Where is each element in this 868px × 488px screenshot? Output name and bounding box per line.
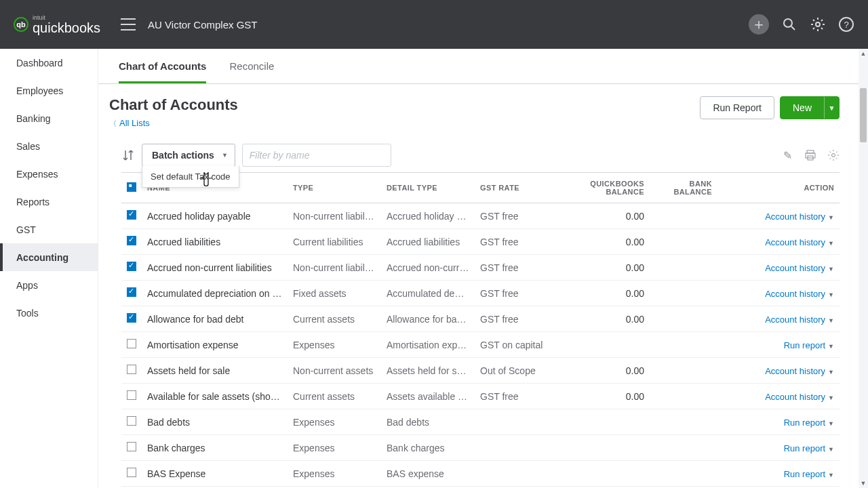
- cell-gst: [475, 435, 563, 461]
- hamburger-icon[interactable]: [121, 18, 136, 30]
- sidebar-item-employees[interactable]: Employees: [0, 77, 98, 104]
- row-action-link[interactable]: Run report: [784, 469, 825, 479]
- help-icon[interactable]: ?: [838, 16, 854, 33]
- svg-rect-4: [807, 150, 814, 153]
- row-action-link[interactable]: Account history: [765, 263, 825, 273]
- cell-bank-balance: [650, 461, 717, 487]
- svg-text:?: ?: [844, 20, 848, 30]
- tab-reconcile[interactable]: Reconcile: [229, 51, 274, 83]
- select-all-checkbox[interactable]: [127, 182, 136, 192]
- chevron-down-icon[interactable]: ▼: [828, 214, 834, 221]
- sidebar-item-gst[interactable]: GST: [0, 216, 98, 243]
- col-bank-balance[interactable]: BANK BALANCE: [650, 173, 717, 203]
- chevron-down-icon[interactable]: ▼: [828, 240, 834, 247]
- chevron-down-icon[interactable]: ▼: [828, 317, 834, 324]
- cell-detail: Accrued liabilities: [381, 229, 475, 255]
- chevron-down-icon[interactable]: ▼: [828, 446, 834, 453]
- col-detail[interactable]: DETAIL TYPE: [381, 173, 475, 203]
- row-checkbox[interactable]: [127, 313, 136, 323]
- cell-detail: BAS expense: [381, 461, 475, 487]
- chevron-down-icon[interactable]: ▼: [824, 97, 839, 119]
- plus-icon[interactable]: ＋: [749, 14, 769, 35]
- gear-icon[interactable]: [810, 16, 826, 33]
- print-icon[interactable]: [804, 149, 816, 161]
- chevron-left-icon: 〈: [109, 119, 117, 127]
- table-row: Allowance for bad debtCurrent assetsAllo…: [121, 306, 840, 332]
- row-checkbox[interactable]: [127, 210, 136, 220]
- cell-bank-balance: [650, 358, 717, 384]
- row-checkbox[interactable]: [127, 339, 136, 348]
- row-checkbox[interactable]: [127, 287, 136, 297]
- tab-chart-of-accounts[interactable]: Chart of Accounts: [119, 51, 206, 83]
- cell-qb-balance: 0.00: [563, 203, 650, 229]
- chevron-down-icon[interactable]: ▼: [828, 343, 834, 350]
- col-action: ACTION: [717, 173, 840, 203]
- chevron-down-icon[interactable]: ▼: [828, 420, 834, 427]
- sidebar-item-expenses[interactable]: Expenses: [0, 160, 98, 188]
- sidebar-item-dashboard[interactable]: Dashboard: [0, 49, 98, 77]
- svg-point-7: [832, 154, 835, 157]
- cell-gst: Out of Scope: [475, 358, 563, 384]
- row-checkbox[interactable]: [127, 416, 136, 426]
- chevron-down-icon[interactable]: ▼: [828, 291, 834, 298]
- row-action-link[interactable]: Run report: [784, 443, 825, 453]
- row-action-link[interactable]: Account history: [765, 237, 825, 247]
- cell-type: Non-current liabilities: [288, 255, 381, 281]
- cell-type: Expenses: [288, 461, 381, 487]
- sidebar-item-tools[interactable]: Tools: [0, 299, 98, 327]
- sort-icon[interactable]: [121, 148, 135, 162]
- cell-detail: Accrued holiday pay…: [381, 203, 475, 229]
- scroll-up-icon[interactable]: ▲: [859, 49, 868, 58]
- cell-gst: GST free: [475, 384, 563, 409]
- breadcrumb[interactable]: 〈All Lists: [109, 118, 238, 129]
- batch-actions-button[interactable]: Batch actions: [142, 144, 235, 167]
- cell-type: Current liabilities: [288, 229, 381, 255]
- run-report-button[interactable]: Run Report: [700, 96, 774, 119]
- svg-point-1: [816, 22, 820, 26]
- sidebar-item-accounting[interactable]: Accounting: [0, 243, 98, 271]
- scrollbar-thumb[interactable]: [860, 88, 867, 142]
- row-action-link[interactable]: Account history: [765, 366, 825, 376]
- cell-qb-balance: 0.00: [563, 384, 650, 409]
- scrollbar[interactable]: ▲ ▼: [859, 49, 868, 488]
- row-action-link[interactable]: Run report: [784, 418, 825, 428]
- row-checkbox[interactable]: [127, 390, 136, 400]
- logo[interactable]: qb intuit quickbooks: [14, 15, 100, 35]
- col-type[interactable]: TYPE: [288, 173, 381, 203]
- chevron-down-icon[interactable]: ▼: [828, 394, 834, 401]
- row-action-link[interactable]: Account history: [765, 289, 825, 299]
- batch-menu-item[interactable]: Set default Tax code: [142, 166, 239, 187]
- row-action-link[interactable]: Account history: [765, 392, 825, 402]
- cell-detail: Allowance for bad d…: [381, 306, 475, 332]
- row-action-link[interactable]: Account history: [765, 211, 825, 222]
- sidebar-item-sales[interactable]: Sales: [0, 132, 98, 160]
- chevron-down-icon[interactable]: ▼: [828, 369, 834, 375]
- filter-input[interactable]: [242, 144, 391, 167]
- search-icon[interactable]: [781, 16, 797, 33]
- row-checkbox[interactable]: [127, 236, 136, 245]
- cell-detail: Assets available for s…: [381, 384, 475, 409]
- chevron-down-icon[interactable]: ▼: [828, 472, 834, 479]
- settings-icon[interactable]: [827, 149, 840, 161]
- sidebar-item-apps[interactable]: Apps: [0, 271, 98, 299]
- cell-gst: [475, 461, 563, 487]
- sidebar-item-reports[interactable]: Reports: [0, 188, 98, 216]
- row-action-link[interactable]: Account history: [765, 314, 825, 325]
- row-checkbox[interactable]: [127, 365, 136, 374]
- row-checkbox[interactable]: [127, 262, 136, 271]
- row-action-link[interactable]: Run report: [784, 340, 825, 350]
- cell-type: Current assets: [288, 384, 381, 409]
- tabs: Chart of AccountsReconcile: [98, 49, 859, 84]
- col-gst[interactable]: GST RATE: [475, 173, 563, 203]
- cell-qb-balance: [563, 461, 650, 487]
- scroll-down-icon[interactable]: ▼: [859, 479, 868, 488]
- edit-icon[interactable]: ✎: [781, 149, 793, 161]
- cell-type: Fixed assets: [288, 281, 381, 306]
- cell-detail: Accumulated deprec…: [381, 281, 475, 306]
- chevron-down-icon[interactable]: ▼: [828, 266, 834, 272]
- new-button[interactable]: New ▼: [780, 96, 840, 119]
- row-checkbox[interactable]: [127, 442, 136, 451]
- col-qb-balance[interactable]: QUICKBOOKS BALANCE: [563, 173, 650, 203]
- sidebar-item-banking[interactable]: Banking: [0, 104, 98, 132]
- row-checkbox[interactable]: [127, 468, 136, 477]
